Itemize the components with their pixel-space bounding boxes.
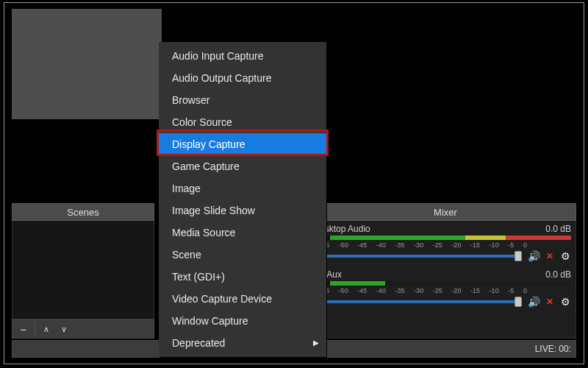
scenes-list[interactable] <box>12 221 154 319</box>
mixer-header: Mixer <box>315 203 576 221</box>
mixer-channel-desktop-audio: esktop Audio 0.0 dB -55 -50 -45 -40 -35 … <box>320 224 571 262</box>
mute-indicator-icon: ✕ <box>546 297 553 307</box>
menu-item-text-gdi[interactable]: Text (GDI+) <box>159 266 326 288</box>
menu-item-image[interactable]: Image <box>159 177 326 199</box>
mute-indicator-icon: ✕ <box>546 251 553 261</box>
scenes-toolbar: − ∧ ∨ <box>12 319 154 339</box>
volume-thumb[interactable] <box>514 297 522 307</box>
scene-move-up-button[interactable]: ∧ <box>38 321 54 337</box>
mixer-channel-db: 0.0 dB <box>545 224 571 234</box>
mixer-body: esktop Audio 0.0 dB -55 -50 -45 -40 -35 … <box>315 221 576 339</box>
app-frame: Scenes − ∧ ∨ . + − ⚙ ∧ ∨ <box>4 2 584 364</box>
menu-item-image-slide-show[interactable]: Image Slide Show <box>159 199 326 222</box>
mixer-channel-db: 0.0 dB <box>545 269 571 280</box>
menu-item-display-capture[interactable]: Display Capture <box>159 133 326 155</box>
channel-settings-button[interactable]: ⚙ <box>559 250 571 262</box>
menu-item-deprecated[interactable]: Deprecated ▶ <box>159 332 326 354</box>
live-status: LIVE: 00: <box>535 344 571 354</box>
menu-item-media-source[interactable]: Media Source <box>159 222 326 244</box>
scenes-panel: Scenes − ∧ ∨ <box>12 203 154 339</box>
menu-item-video-capture-device[interactable]: Video Capture Device <box>159 288 326 310</box>
meter-ticks: -55 -50 -45 -40 -35 -30 -25 -20 -15 -10 … <box>320 241 571 249</box>
menu-item-scene[interactable]: Scene <box>159 244 326 266</box>
volume-slider[interactable] <box>320 300 522 303</box>
volume-slider[interactable] <box>320 255 522 258</box>
preview-area[interactable] <box>12 9 162 119</box>
scene-move-down-button[interactable]: ∨ <box>56 321 72 337</box>
level-meter <box>320 236 571 240</box>
level-meter <box>320 281 571 286</box>
menu-item-game-capture[interactable]: Game Capture <box>159 155 326 177</box>
menu-item-audio-input-capture[interactable]: Audio Input Capture <box>159 45 326 67</box>
meter-ticks: -55 -50 -45 -40 -35 -30 -25 -20 -15 -10 … <box>320 287 571 294</box>
speaker-icon[interactable]: 🔊 <box>528 296 540 308</box>
menu-item-browser[interactable]: Browser <box>159 89 326 111</box>
mixer-channel-name: esktop Audio <box>320 224 370 234</box>
submenu-arrow-icon: ▶ <box>313 332 319 354</box>
remove-scene-button[interactable]: − <box>15 321 32 337</box>
menu-item-color-source[interactable]: Color Source <box>159 111 326 133</box>
toolbar-separator <box>35 322 35 336</box>
scenes-header: Scenes <box>12 203 154 221</box>
mixer-panel: Mixer esktop Audio 0.0 dB -55 -50 -45 -4… <box>315 203 576 339</box>
menu-item-label: Deprecated <box>172 337 225 349</box>
menu-item-audio-output-capture[interactable]: Audio Output Capture <box>159 67 326 89</box>
speaker-icon[interactable]: 🔊 <box>528 250 540 262</box>
channel-settings-button[interactable]: ⚙ <box>559 296 571 308</box>
add-source-context-menu: Audio Input Capture Audio Output Capture… <box>159 42 326 357</box>
menu-item-window-capture[interactable]: Window Capture <box>159 310 326 332</box>
mixer-channel-mic-aux: c/Aux 0.0 dB -55 -50 -45 -40 -35 -30 -25… <box>320 269 571 308</box>
volume-thumb[interactable] <box>514 251 522 261</box>
